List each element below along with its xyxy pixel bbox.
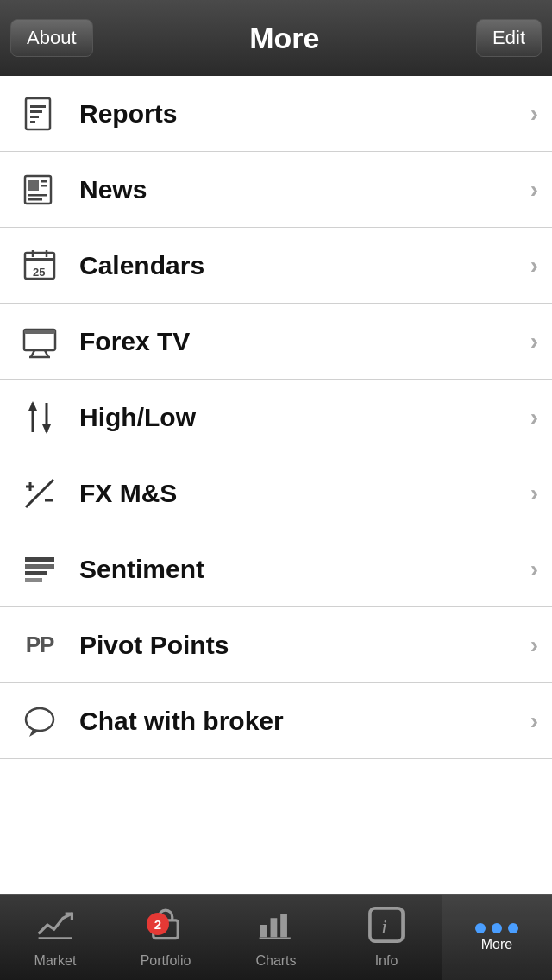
tab-market[interactable]: Market [0,895,110,980]
list-item-chat[interactable]: Chat with broker › [0,683,552,759]
more-tab-label: More [481,937,512,952]
header-title: More [93,22,477,55]
svg-rect-32 [25,578,42,582]
highlow-chevron: › [530,404,538,431]
highlow-label: High/Low [79,403,530,432]
pivotpoints-chevron: › [530,631,538,659]
info-tab-label: Info [375,953,398,969]
charts-tab-label: Charts [255,953,296,969]
svg-rect-37 [260,925,267,937]
market-tab-label: Market [34,953,77,969]
about-button[interactable]: About [10,19,93,57]
menu-list: Reports › News › 25 [0,76,552,759]
forextv-label: Forex TV [79,327,530,356]
svg-rect-8 [41,185,47,187]
tab-portfolio[interactable]: 2 Portfolio [110,895,221,980]
list-item-forextv[interactable]: Forex TV › [0,304,552,380]
sentiment-label: Sentiment [79,555,530,584]
info-icon: i [367,906,405,950]
svg-rect-30 [25,564,54,569]
svg-rect-31 [25,571,47,575]
sentiment-icon [14,543,66,595]
news-chevron: › [530,176,538,204]
tv-icon [14,316,66,368]
portfolio-tab-label: Portfolio [141,953,191,969]
svg-rect-29 [25,557,54,562]
reports-chevron: › [530,100,538,128]
svg-rect-0 [26,98,50,129]
calendars-chevron: › [530,252,538,280]
tabbar: Market 2 Portfolio Charts [0,894,552,980]
list-item-highlow[interactable]: High/Low › [0,380,552,455]
pivotpoints-label: Pivot Points [79,631,530,660]
portfolio-badge: 2 [147,913,169,935]
reports-label: Reports [79,99,530,129]
fxms-icon [14,468,66,519]
list-item-calendars[interactable]: 25 Calendars › [0,228,552,304]
list-item-fxms[interactable]: FX M&S › [0,455,552,531]
fxms-chevron: › [530,480,538,507]
svg-rect-1 [30,105,46,108]
svg-point-33 [26,708,53,731]
svg-rect-39 [280,914,287,937]
svg-rect-9 [28,194,47,197]
svg-rect-12 [25,258,54,261]
calendar-icon: 25 [14,240,66,292]
svg-text:i: i [381,915,387,938]
news-icon [14,164,66,216]
list-item-pivotpoints[interactable]: PP Pivot Points › [0,607,552,683]
highlow-icon [14,392,66,443]
fxms-label: FX M&S [79,479,530,508]
svg-rect-2 [30,110,42,113]
svg-text:25: 25 [33,266,45,279]
news-label: News [79,175,530,204]
list-item-news[interactable]: News › [0,152,552,228]
svg-rect-7 [41,180,47,183]
chat-label: Chat with broker [79,707,530,736]
svg-rect-10 [28,198,42,201]
chat-chevron: › [530,707,538,735]
svg-marker-22 [28,401,37,411]
svg-rect-17 [24,330,55,334]
list-item-reports[interactable]: Reports › [0,76,552,152]
tab-info[interactable]: i Info [331,895,442,980]
more-dots-icon [475,923,518,933]
svg-marker-24 [42,424,51,434]
sentiment-chevron: › [530,556,538,583]
reports-icon [14,88,66,140]
svg-rect-4 [30,121,35,123]
tab-charts[interactable]: Charts [221,895,331,980]
market-icon [36,906,74,950]
svg-rect-38 [271,918,278,937]
chat-icon [14,695,66,747]
charts-icon [257,906,295,950]
tab-more[interactable]: More [442,895,552,980]
header: About More Edit [0,0,552,76]
list-item-sentiment[interactable]: Sentiment › [0,531,552,607]
edit-button[interactable]: Edit [476,19,542,57]
calendars-label: Calendars [79,251,530,280]
forextv-chevron: › [530,328,538,355]
pp-icon: PP [14,619,66,671]
svg-rect-6 [28,180,39,191]
svg-rect-3 [30,116,39,118]
